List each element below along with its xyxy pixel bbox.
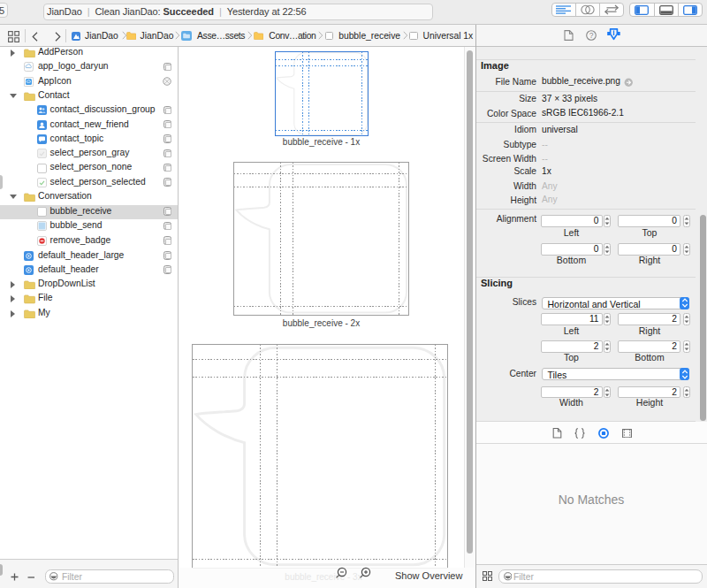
- svg-text:?: ?: [589, 30, 593, 39]
